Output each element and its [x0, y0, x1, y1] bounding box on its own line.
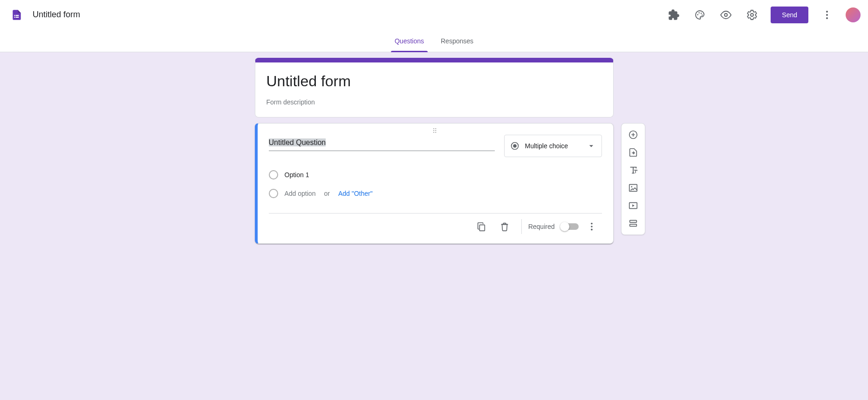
duplicate-button[interactable]	[471, 216, 492, 237]
more-vert-icon	[587, 221, 597, 232]
question-footer: Required	[269, 214, 602, 240]
plus-circle-icon	[628, 130, 638, 140]
forms-file-icon	[11, 9, 23, 21]
settings-button[interactable]	[741, 4, 763, 26]
radio-icon	[510, 141, 519, 151]
theme-button[interactable]	[689, 4, 711, 26]
send-button[interactable]: Send	[771, 7, 808, 23]
forms-logo[interactable]	[7, 6, 26, 24]
radio-circle-icon	[269, 189, 278, 198]
option-row[interactable]: Option 1	[269, 166, 602, 184]
chevron-down-icon	[587, 141, 596, 151]
add-video-button[interactable]	[625, 197, 642, 214]
eye-icon	[720, 9, 731, 21]
tab-responses[interactable]: Responses	[439, 30, 475, 52]
required-label: Required	[528, 223, 555, 230]
svg-point-18	[591, 229, 593, 231]
svg-point-5	[698, 12, 700, 14]
add-question-button[interactable]	[625, 126, 642, 143]
svg-point-6	[701, 13, 702, 14]
form-description[interactable]: Form description	[267, 98, 602, 106]
svg-point-10	[826, 11, 828, 13]
svg-rect-24	[629, 224, 636, 227]
form-title-text[interactable]: Untitled form	[267, 73, 602, 90]
form-title-card[interactable]: Untitled form Form description	[255, 58, 614, 117]
more-button[interactable]	[816, 4, 838, 26]
palette-icon	[694, 9, 705, 21]
avatar[interactable]	[846, 7, 861, 22]
svg-point-9	[751, 14, 753, 16]
add-option-button[interactable]: Add option	[285, 190, 316, 197]
drag-handle-icon[interactable]: ⠿	[432, 127, 438, 135]
radio-circle-icon	[269, 170, 278, 179]
svg-point-17	[591, 226, 593, 228]
add-option-row: Add option or Add "Other"	[269, 184, 602, 203]
add-image-button[interactable]	[625, 179, 642, 196]
video-icon	[628, 200, 638, 211]
svg-point-7	[702, 14, 703, 16]
add-other-button[interactable]: Add "Other"	[338, 190, 373, 197]
svg-point-14	[513, 144, 517, 148]
required-toggle[interactable]	[561, 223, 579, 230]
add-title-button[interactable]	[625, 162, 642, 179]
import-questions-button[interactable]	[625, 144, 642, 161]
svg-point-12	[826, 17, 828, 19]
question-type-dropdown[interactable]: Multiple choice	[504, 135, 602, 157]
option-text[interactable]: Option 1	[285, 171, 309, 179]
more-vert-icon	[821, 9, 833, 21]
delete-button[interactable]	[494, 216, 515, 237]
question-title-input[interactable]: Untitled Question	[269, 135, 495, 151]
tabs: Questions Responses	[0, 30, 868, 52]
svg-point-16	[591, 223, 593, 225]
gear-icon	[746, 9, 758, 21]
svg-rect-2	[14, 16, 15, 17]
form-title-input[interactable]	[30, 8, 144, 21]
options-list: Option 1 Add option or Add "Other"	[269, 166, 602, 203]
header-actions: Send	[663, 4, 861, 26]
svg-rect-1	[16, 15, 19, 16]
tab-questions[interactable]: Questions	[393, 30, 426, 52]
side-toolbar	[621, 123, 645, 235]
import-file-icon	[628, 147, 638, 158]
svg-rect-15	[479, 225, 485, 231]
preview-button[interactable]	[715, 4, 737, 26]
svg-point-21	[631, 186, 632, 187]
puzzle-icon	[668, 9, 679, 21]
question-card[interactable]: ⠿ Untitled Question Multiple choice Opti…	[255, 123, 614, 244]
header: Send	[0, 0, 868, 30]
add-section-button[interactable]	[625, 215, 642, 232]
copy-icon	[476, 221, 486, 232]
trash-icon	[499, 221, 510, 232]
section-icon	[628, 218, 638, 228]
svg-point-4	[697, 14, 698, 15]
question-type-label: Multiple choice	[525, 142, 581, 150]
svg-rect-23	[629, 221, 636, 223]
canvas: Untitled form Form description ⠿ Untitle…	[0, 52, 868, 400]
addons-button[interactable]	[663, 4, 685, 26]
or-label: or	[324, 190, 329, 197]
svg-rect-0	[14, 15, 15, 16]
svg-rect-3	[16, 16, 19, 17]
divider	[521, 219, 522, 234]
text-icon	[628, 165, 638, 175]
svg-point-8	[724, 14, 727, 16]
question-more-button[interactable]	[581, 216, 602, 237]
image-icon	[628, 183, 638, 193]
svg-point-11	[826, 14, 828, 16]
